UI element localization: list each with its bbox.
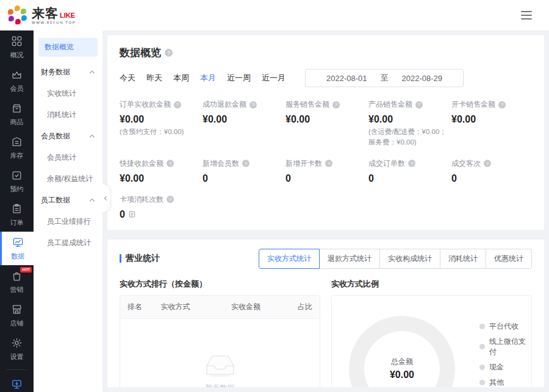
overview-card: 数据概览 ? 今天 昨天 本周 本月 近一周 近一月 2022-08-01 至 … <box>107 35 544 230</box>
submenu-item-staff-commission[interactable]: 员工提成统计 <box>34 232 102 254</box>
sidebar-item-orders[interactable]: 订单 <box>0 198 34 232</box>
help-icon[interactable]: ? <box>408 160 415 167</box>
help-icon[interactable]: ? <box>484 160 491 167</box>
chevron-up-icon <box>90 71 95 76</box>
tab-refund-method[interactable]: 退款方式统计 <box>319 249 380 269</box>
business-stats-card: 营业统计 实收方式统计 退款方式统计 实收构成统计 消耗统计 优惠统计 实收方式… <box>107 240 544 388</box>
donut-chart: 总金额 ¥0.00 <box>349 316 455 388</box>
filter-this-month[interactable]: 本月 <box>200 73 216 84</box>
section-accent-bar <box>120 254 121 263</box>
help-icon[interactable]: ? <box>498 101 506 109</box>
help-icon[interactable]: ? <box>167 160 174 167</box>
submenu-item-data-overview[interactable]: 数据概览 <box>38 38 98 57</box>
col-amount: 实收金额 <box>216 302 275 312</box>
tab-income-composition[interactable]: 实收构成统计 <box>379 249 440 269</box>
clipboard-icon <box>11 203 23 216</box>
sidebar-item-label: 库存 <box>10 151 24 160</box>
tab-discount-stats[interactable]: 优惠统计 <box>486 249 532 269</box>
sidebar-item-settings[interactable]: 设置 <box>0 332 34 366</box>
tab-income-method[interactable]: 实收方式统计 <box>259 249 320 269</box>
help-icon[interactable]: ? <box>242 160 249 167</box>
sidebar-collapse-handle[interactable] <box>102 184 110 212</box>
empty-box-icon <box>204 352 236 377</box>
calendar-check-icon <box>11 169 23 182</box>
submenu-group-member[interactable]: 会员数据 <box>34 126 102 147</box>
sidebar-item-goods[interactable]: 商品 <box>0 98 34 131</box>
filter-last-week[interactable]: 近一周 <box>227 73 251 84</box>
legend-item[interactable]: 其他 <box>479 377 531 388</box>
sidebar-divider <box>6 369 27 370</box>
stats-grid: 订单实收款金额? ¥0.00 (含预约支付：¥0.00) 成功退款金额? ¥0.… <box>120 99 532 184</box>
date-filter-row: 今天 昨天 本周 本月 近一周 近一月 2022-08-01 至 2022-08… <box>120 69 532 87</box>
tab-consume-stats[interactable]: 消耗统计 <box>440 249 486 269</box>
package-icon <box>11 102 23 115</box>
sidebar-item-data[interactable]: 数据 <box>0 232 34 265</box>
help-icon[interactable]: ? <box>174 101 181 109</box>
top-bar: 来客LIKE WWW.80YUN.TOP <box>0 0 549 30</box>
sidebar-item-marketing[interactable]: HOT 营销 <box>0 265 34 299</box>
filter-this-week[interactable]: 本周 <box>173 73 189 84</box>
sidebar-item-label: 会员 <box>10 84 24 93</box>
stat-deal-orders: 成交订单数? 0 <box>368 159 449 184</box>
logo-suffix: LIKE <box>60 12 75 19</box>
filter-yesterday[interactable]: 昨天 <box>146 73 162 84</box>
sidebar-item-label: 营销 <box>10 285 24 294</box>
submenu-item-staff-ranking[interactable]: 员工业绩排行 <box>34 211 102 232</box>
stat-product-sales: 产品销售金额? ¥0.00 (含运费/配送费：¥0.00；服务费：¥0.00) <box>368 99 449 148</box>
date-range-picker[interactable]: 2022-08-01 至 2022-08-29 <box>305 69 464 87</box>
submenu-item-consume-stats[interactable]: 消耗统计 <box>34 104 102 126</box>
help-icon[interactable]: ? <box>325 160 332 167</box>
legend-item[interactable]: 现金 <box>479 362 531 372</box>
empty-state: 暂无数据 <box>120 352 320 388</box>
submenu-group-finance[interactable]: 财务数据 <box>34 62 102 83</box>
help-icon[interactable]: ? <box>249 101 257 109</box>
chart-legend: 平台代收 线上微信支付 现金 其他 微信（记账） 支付宝（记账） POS机（记账… <box>479 321 531 388</box>
sidebar-item-booking[interactable]: 预约 <box>0 165 34 198</box>
submenu-label: 消耗统计 <box>47 110 76 119</box>
sidebar-item-overview[interactable]: 概况 <box>0 30 34 64</box>
ranking-panel: 实收方式排行（按金额） 排名 实收方式 实收金额 占比 <box>120 279 320 388</box>
date-start[interactable]: 2022-08-01 <box>326 74 367 83</box>
date-end[interactable]: 2022-08-29 <box>402 74 443 83</box>
ranking-table: 排名 实收方式 实收金额 占比 <box>120 295 320 388</box>
help-icon[interactable]: ? <box>165 49 173 57</box>
sidebar-item-cashier[interactable]: 收银台 <box>0 374 34 392</box>
page-title: 数据概览 <box>120 46 161 60</box>
help-icon[interactable]: ? <box>332 101 340 109</box>
secondary-sidebar: 数据概览 财务数据 实收统计 消耗统计 会员数据 会员统计 余额/权益统计 <box>34 30 102 392</box>
stat-label: 快捷收款金额 <box>120 159 163 169</box>
legend-item[interactable]: 平台代收 <box>479 321 531 332</box>
date-separator: 至 <box>381 73 389 84</box>
stat-value: ¥0.00 <box>203 114 283 125</box>
submenu-label: 员工数据 <box>41 195 70 205</box>
submenu-group-staff[interactable]: 员工数据 <box>34 190 102 211</box>
ranking-title: 实收方式排行（按金额） <box>120 279 320 290</box>
legend-item[interactable]: 线上微信支付 <box>479 337 531 357</box>
filter-last-month[interactable]: 近一月 <box>262 73 285 84</box>
sidebar-item-members[interactable]: 会员 <box>0 64 34 98</box>
chevron-up-icon <box>90 135 95 140</box>
stat-value: ¥0.00 <box>285 114 366 125</box>
hot-badge: HOT <box>20 267 32 273</box>
stat-value: 0 <box>285 173 366 184</box>
help-icon[interactable]: ? <box>415 101 423 109</box>
submenu-label: 财务数据 <box>41 67 70 77</box>
stat-value: ¥0.00 <box>120 173 200 184</box>
detail-list-icon[interactable] <box>128 210 136 218</box>
submenu-item-income-stats[interactable]: 实收统计 <box>34 83 102 104</box>
stat-service-sales: 服务销售金额? ¥0.00 <box>285 99 366 148</box>
submenu-label: 会员统计 <box>47 153 76 162</box>
sidebar-item-shop[interactable]: 店铺 <box>0 299 34 332</box>
help-icon[interactable]: ? <box>167 196 174 203</box>
sidebar-item-inventory[interactable]: 库存 <box>0 131 34 165</box>
empty-text: 暂无数据 <box>206 383 235 388</box>
menu-icon[interactable] <box>521 11 532 20</box>
stat-label: 开卡销售金额 <box>451 99 495 110</box>
chevron-left-icon <box>104 196 108 200</box>
sidebar-item-label: 数据 <box>11 252 24 261</box>
submenu-item-member-stats[interactable]: 会员统计 <box>34 147 102 168</box>
filter-today[interactable]: 今天 <box>120 73 135 84</box>
stat-value: ¥0.00 <box>368 114 449 125</box>
submenu-item-balance-stats[interactable]: 余额/权益统计 <box>34 168 102 190</box>
proportion-title: 实收方式比例 <box>331 279 532 290</box>
